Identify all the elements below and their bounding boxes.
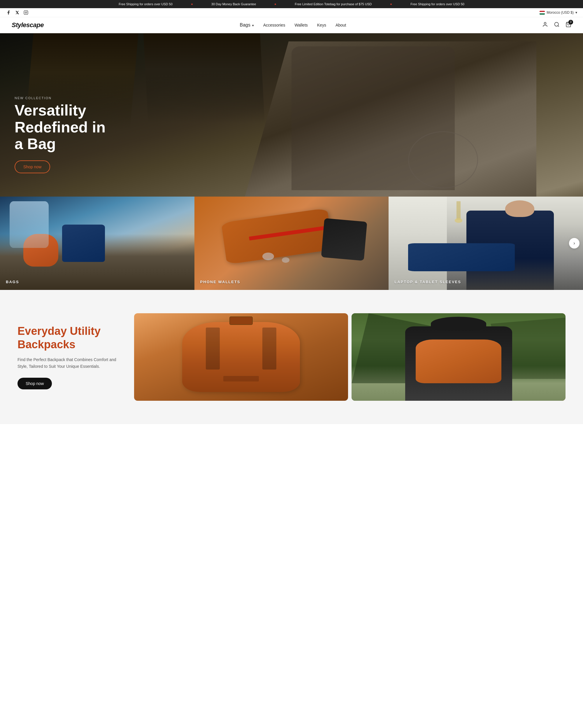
nav-item-wallets[interactable]: Wallets — [295, 23, 308, 28]
water-drop-2 — [282, 257, 290, 263]
phone-shape — [321, 218, 367, 261]
wallets-card-background — [194, 197, 389, 290]
hero-content: NEW COLLECTION Versatility Redefined in … — [15, 96, 108, 173]
about-link[interactable]: About — [335, 23, 346, 27]
hero-section: NEW COLLECTION Versatility Redefined in … — [0, 33, 583, 197]
cart-badge: 0 — [568, 20, 573, 25]
water-drop-1 — [262, 253, 274, 260]
backpack-logo-patch — [223, 376, 258, 382]
nav-item-accessories[interactable]: Accessories — [263, 23, 285, 28]
laptop-sleeve-shape — [408, 243, 515, 271]
waterfall-hint — [10, 201, 48, 248]
bags-dropdown-trigger[interactable]: Bags — [240, 23, 254, 28]
separator-dot-1 — [191, 3, 193, 5]
svg-point-2 — [27, 11, 27, 12]
social-icons-group — [6, 10, 29, 15]
nav-item-keys[interactable]: Keys — [317, 23, 326, 28]
wallets-category-label: PHONE WALLETS — [200, 280, 241, 284]
svg-rect-0 — [24, 10, 28, 14]
svg-point-4 — [554, 22, 558, 26]
announcement-item-2: 30 Day Money Back Guarantee — [211, 2, 256, 6]
backpacks-images — [134, 313, 565, 401]
category-section: BAGS PHONE WALLETS — [0, 197, 583, 290]
chevron-right-icon: › — [573, 241, 575, 246]
person-head — [505, 200, 534, 217]
category-card-wallets[interactable]: PHONE WALLETS — [194, 197, 389, 290]
blue-bag-shape — [62, 225, 105, 262]
keys-link[interactable]: Keys — [317, 23, 326, 27]
bags-card-background — [0, 197, 194, 290]
account-icon[interactable] — [542, 22, 548, 29]
social-region-bar: Morocco (USD $) ▾ — [0, 8, 583, 17]
bags-chevron-icon — [252, 23, 254, 28]
backpacks-section: Everyday Utility Backpacks Find the Perf… — [0, 290, 583, 424]
announcement-bar: Free Shipping for orders over USD 50 30 … — [0, 0, 583, 8]
instagram-icon[interactable] — [23, 10, 29, 15]
backpack-top-handle — [229, 316, 253, 325]
category-grid: BAGS PHONE WALLETS — [0, 197, 583, 290]
hero-beam-center — [143, 33, 265, 123]
x-twitter-icon[interactable] — [15, 10, 20, 15]
site-logo[interactable]: Stylescape — [12, 21, 44, 29]
announcement-item-1: Free Shipping for orders over USD 50 — [119, 2, 172, 6]
sleeves-category-label: LAPTOP & TABLET SLEEVES — [394, 280, 461, 284]
category-card-bags[interactable]: BAGS — [0, 197, 194, 290]
category-card-sleeves[interactable]: LAPTOP & TABLET SLEEVES — [389, 197, 583, 290]
backpack-body — [182, 322, 300, 392]
backpacks-shop-now-button[interactable]: Shop now — [18, 378, 52, 389]
logo-text: Stylescape — [12, 21, 44, 29]
cart-icon[interactable]: 0 — [565, 22, 571, 29]
lamp-bulb-1 — [455, 218, 463, 223]
announcement-item-4: Free Shipping for orders over USD 50 — [411, 2, 464, 6]
hero-wheel-hint — [408, 131, 478, 188]
backpack-product-image — [134, 313, 348, 401]
person-cap — [431, 317, 487, 331]
carousel-next-button[interactable]: › — [569, 238, 580, 249]
separator-dot-2 — [275, 3, 276, 5]
separator-dot-3 — [390, 3, 392, 5]
hero-title: Versatility Redefined in a Bag — [15, 102, 108, 152]
region-flag — [539, 11, 545, 15]
nav-item-bags[interactable]: Bags — [240, 23, 254, 28]
backpack-strap-right — [262, 328, 276, 369]
search-icon[interactable] — [554, 22, 560, 29]
backpacks-description: Find the Perfect Backpack that Combines … — [18, 357, 117, 369]
nav-item-about[interactable]: About — [335, 23, 346, 28]
region-label: Morocco (USD $) — [547, 10, 574, 15]
backpacks-title: Everyday Utility Backpacks — [18, 324, 117, 351]
wallets-link[interactable]: Wallets — [295, 23, 308, 27]
svg-point-1 — [25, 12, 27, 13]
sleeves-card-background — [389, 197, 583, 290]
backpacks-content: Everyday Utility Backpacks Find the Perf… — [18, 324, 117, 389]
hero-eyebrow: NEW COLLECTION — [15, 96, 108, 100]
nav-actions: 0 — [542, 22, 571, 29]
hero-shop-now-button[interactable]: Shop now — [15, 160, 50, 173]
bags-category-label: BAGS — [6, 280, 19, 284]
accessories-link[interactable]: Accessories — [263, 23, 285, 27]
backpack-strap-left — [206, 328, 220, 369]
facebook-icon[interactable] — [6, 10, 11, 15]
backpack-lifestyle-image — [352, 313, 565, 401]
svg-point-3 — [544, 22, 546, 24]
lamp-cord-1 — [456, 201, 460, 220]
region-selector[interactable]: Morocco (USD $) ▾ — [539, 10, 577, 15]
announcement-item-3: Free Limited Edition Totebag for purchas… — [295, 2, 372, 6]
chevron-down-icon: ▾ — [576, 10, 577, 15]
main-navigation: Stylescape Bags Accessories Wallets Keys… — [0, 17, 583, 33]
svg-line-5 — [558, 25, 559, 27]
backpack-on-person — [416, 339, 501, 383]
nav-links-list: Bags Accessories Wallets Keys About — [240, 23, 346, 28]
